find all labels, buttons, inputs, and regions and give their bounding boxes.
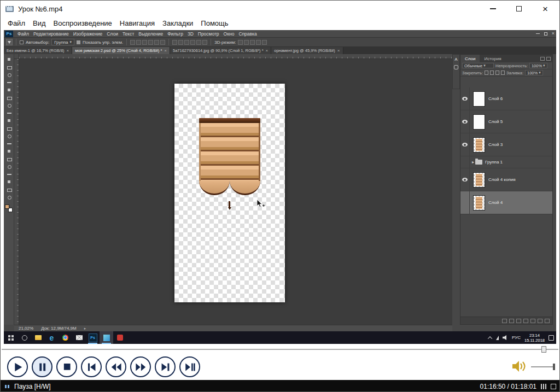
option-icon[interactable]: [154, 40, 159, 45]
blend-mode-select[interactable]: Обычные▾: [462, 63, 494, 68]
ps-menu-filter[interactable]: Фильтр: [165, 31, 185, 37]
option-icon[interactable]: [136, 40, 141, 45]
pause-button[interactable]: [32, 356, 52, 377]
taskbar-photoshop-icon[interactable]: [86, 331, 100, 344]
opacity-value[interactable]: 100%▾: [529, 63, 547, 68]
layer-thumbnail[interactable]: [473, 91, 485, 107]
app-menu-help[interactable]: Помощь: [197, 19, 232, 27]
tab-close-icon[interactable]: ×: [337, 49, 340, 53]
ps-menu-image[interactable]: Изображение: [71, 31, 105, 37]
option-icon[interactable]: [130, 40, 135, 45]
option-icon[interactable]: [244, 40, 249, 45]
speaker-icon[interactable]: [503, 335, 508, 340]
minimize-button[interactable]: [480, 1, 506, 17]
ps-menu-view[interactable]: Просмотр: [196, 31, 221, 37]
taskbar-search-icon[interactable]: [18, 331, 31, 344]
ps-menu-help[interactable]: Справка: [236, 31, 259, 37]
roman-blind-image[interactable]: [199, 118, 260, 201]
status-menu-icon[interactable]: ▸: [84, 326, 86, 331]
document-canvas[interactable]: [174, 84, 285, 302]
layer-row[interactable]: Слой 6: [460, 87, 552, 110]
prev-button[interactable]: [81, 356, 102, 377]
taskbar-explorer-icon[interactable]: [31, 331, 45, 344]
app-menu-file[interactable]: Файл: [4, 19, 29, 27]
tool-icon[interactable]: [5, 79, 13, 86]
character-panel-icon[interactable]: A: [454, 57, 457, 62]
taskbar-photos-icon[interactable]: [100, 331, 113, 344]
layer-row[interactable]: Слой 3: [460, 133, 552, 156]
close-button[interactable]: ×: [532, 1, 558, 17]
layer-thumbnail[interactable]: [473, 114, 485, 130]
tray-chevron-icon[interactable]: [488, 336, 492, 340]
maximize-button[interactable]: [506, 1, 532, 17]
option-icon[interactable]: [172, 40, 177, 45]
tool-icon[interactable]: [5, 125, 13, 132]
option-icon[interactable]: [238, 40, 243, 45]
option-icon[interactable]: [250, 40, 255, 45]
taskbar-media-icon[interactable]: [113, 331, 127, 344]
next-button[interactable]: [155, 356, 176, 377]
eye-empty-cell[interactable]: [460, 156, 470, 168]
lock-pixels-icon[interactable]: [490, 71, 494, 75]
option-icon[interactable]: [178, 40, 183, 45]
lock-transparency-icon[interactable]: [485, 71, 488, 75]
move-tool-icon[interactable]: [6, 39, 13, 45]
tool-icon[interactable]: [5, 133, 13, 139]
forward-button[interactable]: [130, 356, 151, 377]
ps-minimize-icon[interactable]: [536, 33, 540, 34]
tool-icon[interactable]: [5, 95, 13, 101]
app-menu-navigation[interactable]: Навигация: [116, 19, 159, 27]
layer-row[interactable]: ▸Группа 1: [460, 156, 552, 168]
ps-canvas[interactable]: [19, 59, 452, 325]
fill-value[interactable]: 100%▾: [525, 70, 543, 75]
rewind-button[interactable]: [106, 356, 126, 377]
ps-menu-edit[interactable]: Редактирование: [31, 31, 71, 37]
panel-icon[interactable]: [454, 65, 458, 69]
video-frame[interactable]: Ps ФайлРедактированиеИзображениеСлоиТекс…: [4, 30, 556, 344]
tool-icon[interactable]: [5, 148, 13, 155]
option-icon[interactable]: [190, 40, 195, 45]
new-layer-icon[interactable]: [538, 319, 542, 323]
eye-visible-icon[interactable]: [460, 133, 470, 156]
seek-slider[interactable]: [2, 349, 558, 350]
aspect-icon[interactable]: [551, 384, 556, 389]
tool-icon[interactable]: [5, 194, 13, 201]
language-indicator[interactable]: РУС: [512, 335, 521, 340]
eye-empty-cell[interactable]: [460, 191, 470, 214]
tab-close-icon[interactable]: ×: [266, 49, 269, 53]
tool-icon[interactable]: [5, 163, 13, 170]
tab-layers[interactable]: Слои: [460, 55, 480, 62]
ps-menu-3d[interactable]: 3D: [185, 31, 196, 37]
tool-icon[interactable]: [5, 72, 13, 78]
tool-icon[interactable]: [5, 102, 13, 109]
option-icon[interactable]: [160, 40, 165, 45]
option-icon[interactable]: [262, 40, 267, 45]
ps-menu-layers[interactable]: Слои: [104, 31, 120, 37]
tab-close-icon[interactable]: ×: [164, 49, 167, 53]
panel-option-icon[interactable]: [540, 57, 545, 61]
lock-all-icon[interactable]: [501, 71, 505, 75]
ps-menu-file[interactable]: Файл: [15, 31, 31, 37]
tool-icon[interactable]: [5, 171, 13, 178]
step-button[interactable]: [179, 356, 200, 377]
taskbar-start-icon[interactable]: [4, 331, 18, 344]
link-layers-icon[interactable]: [502, 319, 507, 323]
option-icon[interactable]: [148, 40, 153, 45]
autoselect-checkbox[interactable]: [20, 40, 24, 44]
tool-icon[interactable]: [5, 156, 13, 162]
ps-restore-icon[interactable]: [544, 32, 547, 36]
ps-doc-tab-2[interactable]: моя римская 2.psd @ 25% (Слой 4, RGB/8#)…: [72, 47, 170, 54]
option-icon[interactable]: [196, 40, 201, 45]
app-menu-playback[interactable]: Воспроизведение: [50, 19, 116, 27]
color-swatches[interactable]: [5, 204, 13, 212]
layer-mask-icon[interactable]: [516, 319, 521, 323]
layer-thumbnail[interactable]: [473, 137, 485, 153]
ps-doc-tab-1[interactable]: Без имени-1 @ 16,7% (RGB/8)×: [4, 47, 72, 54]
network-icon[interactable]: [496, 336, 499, 340]
autoselect-mode-select[interactable]: Группа▾: [51, 39, 74, 45]
volume-handle[interactable]: [553, 364, 555, 370]
ps-doc-tab-4[interactable]: орнамент.jpg @ 45,9% (RGB/8#)×: [271, 47, 343, 54]
tool-icon[interactable]: [5, 179, 13, 185]
new-group-icon[interactable]: [530, 319, 535, 323]
subtitle-icon[interactable]: [541, 384, 546, 389]
